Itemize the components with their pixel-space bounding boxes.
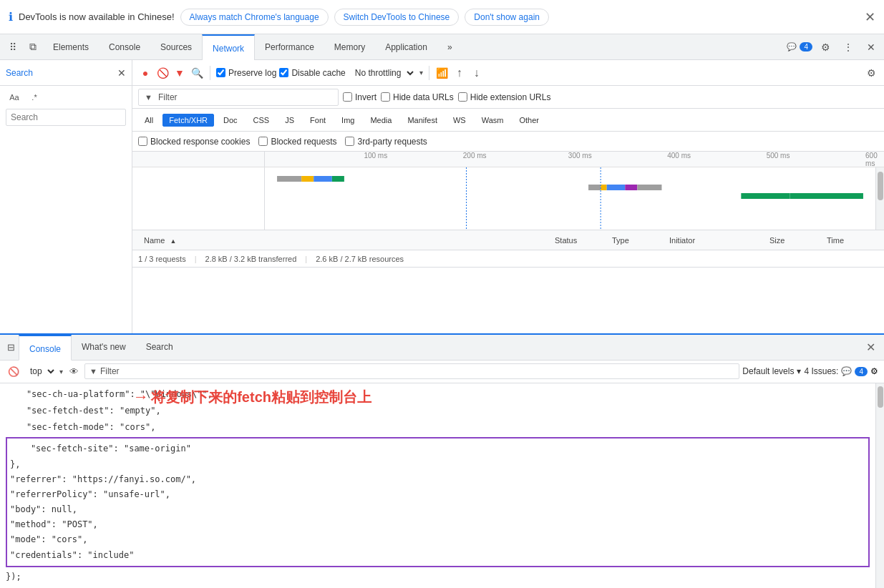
record-icon[interactable]: ● [138, 66, 152, 80]
blocked-cookies-label[interactable]: Blocked response cookies [138, 137, 250, 147]
network-toolbar: ● 🚫 ▼ 🔍 Preserve log Disable cache No th… [132, 60, 884, 86]
hide-ext-urls-checkbox[interactable] [458, 92, 467, 102]
type-pill-fetch-xhr[interactable]: Fetch/XHR [162, 114, 214, 127]
cursor-icon[interactable]: ⠿ [3, 37, 23, 57]
clear-console-button[interactable]: 🚫 [6, 363, 21, 379]
more-vert-icon[interactable]: ⋮ [838, 37, 858, 57]
context-select[interactable]: top [24, 364, 57, 378]
type-pill-ws[interactable]: WS [447, 114, 472, 127]
issues-badge: 4 [800, 42, 812, 52]
search-network-icon[interactable]: 🔍 [190, 66, 204, 80]
tab-sources[interactable]: Sources [150, 34, 202, 60]
notification-close-button[interactable]: ✕ [865, 9, 875, 25]
svg-rect-5 [601, 185, 607, 190]
type-pill-js[interactable]: JS [278, 114, 301, 127]
svg-rect-2 [314, 176, 332, 182]
svg-rect-4 [588, 185, 601, 190]
console-close-button[interactable]: ✕ [860, 340, 881, 354]
wifi-icon[interactable]: 📶 [435, 66, 450, 80]
regex-button[interactable]: .* [26, 89, 43, 106]
type-pill-all[interactable]: All [138, 114, 160, 127]
purple-box: "sec-fetch-site": "same-origin" }, "refe… [6, 437, 870, 567]
type-pill-img[interactable]: Img [335, 114, 361, 127]
hide-data-urls-label[interactable]: Hide data URLs [381, 92, 454, 102]
filter-input[interactable] [180, 92, 332, 102]
console-toolbar: 🚫 top ▾ 👁 ▼ Filter Default levels ▾ 4 Is… [0, 361, 884, 383]
svg-rect-8 [637, 185, 661, 190]
requests-count: 1 / 3 requests [138, 255, 186, 263]
type-pill-font[interactable]: Font [303, 114, 332, 127]
console-tab-search[interactable]: Search [136, 334, 183, 360]
type-pill-media[interactable]: Media [364, 114, 398, 127]
console-tab-whats-new[interactable]: What's new [72, 334, 136, 360]
filter-icon-label: ▼ [145, 93, 152, 102]
tab-network[interactable]: Network [202, 34, 255, 60]
timeline-scroll-thumb[interactable] [878, 172, 883, 200]
console-scrollbar[interactable] [875, 383, 884, 588]
tab-console[interactable]: Console [99, 34, 150, 60]
type-pill-doc[interactable]: Doc [217, 114, 244, 127]
preserve-log-checkbox[interactable] [216, 68, 225, 77]
console-tab-console[interactable]: Console [19, 335, 72, 361]
console-settings-icon[interactable]: ⚙ [870, 366, 878, 376]
invert-label[interactable]: Invert [343, 92, 377, 102]
disable-cache-label[interactable]: Disable cache [279, 68, 345, 78]
always-match-button[interactable]: Always match Chrome's language [180, 9, 329, 26]
third-party-label[interactable]: 3rd-party requests [345, 137, 427, 147]
code-line-method: "method": "POST", [10, 517, 865, 532]
timeline-scrollbar[interactable] [875, 167, 884, 230]
blocked-requests-label[interactable]: Blocked requests [258, 137, 336, 147]
blocked-cookies-checkbox[interactable] [138, 137, 147, 146]
tab-more[interactable]: » [437, 34, 462, 60]
switch-devtools-button[interactable]: Switch DevTools to Chinese [334, 9, 460, 26]
svg-rect-0 [277, 176, 301, 182]
type-pill-wasm[interactable]: Wasm [475, 114, 510, 127]
upload-icon[interactable]: ↑ [452, 66, 467, 80]
tab-elements[interactable]: Elements [43, 34, 99, 60]
preserve-log-label[interactable]: Preserve log [216, 68, 276, 78]
download-icon[interactable]: ↓ [470, 66, 484, 80]
console-line-3: "sec-fetch-mode": "cors", [0, 419, 875, 436]
third-party-checkbox[interactable] [345, 137, 354, 146]
invert-checkbox[interactable] [343, 92, 352, 102]
settings-icon[interactable]: ⚙ [815, 37, 835, 57]
blocked-requests-checkbox[interactable] [258, 137, 268, 146]
code-line-body: "body": null, [10, 502, 865, 517]
search-panel: Search ✕ Aa .* [0, 60, 132, 333]
type-pill-other[interactable]: Other [513, 114, 545, 127]
throttle-select[interactable]: No throttling [349, 65, 417, 81]
th-time: Time [821, 236, 878, 245]
dont-show-again-button[interactable]: Don't show again [465, 9, 549, 26]
console-area: ⊟ Console What's new Search ✕ 🚫 top ▾ 👁 … [0, 333, 884, 588]
console-filter-input[interactable] [120, 366, 735, 376]
disable-cache-checkbox[interactable] [279, 68, 288, 77]
network-settings-icon[interactable]: ⚙ [864, 66, 878, 80]
type-pill-manifest[interactable]: Manifest [401, 114, 444, 127]
console-line-2: "sec-fetch-dest": "empty", [0, 403, 875, 419]
tab-performance[interactable]: Performance [255, 34, 324, 60]
search-input-wrap [6, 109, 126, 126]
close-devtools-icon[interactable]: ✕ [861, 37, 881, 57]
messages-icon[interactable]: 💬 [787, 42, 797, 52]
tab-memory[interactable]: Memory [324, 34, 375, 60]
hide-ext-urls-label[interactable]: Hide extension URLs [458, 92, 551, 102]
devtools-tabs-bar: ⠿ ⧉ Elements Console Sources Network Per… [0, 34, 884, 60]
filter-icon[interactable]: ▼ [173, 66, 187, 80]
device-icon[interactable]: ⧉ [23, 37, 43, 57]
console-sidebar-icon[interactable]: ⊟ [3, 339, 19, 355]
search-input[interactable] [11, 112, 121, 122]
svg-rect-7 [625, 185, 637, 190]
match-case-button[interactable]: Aa [6, 89, 23, 106]
default-levels-select[interactable]: Default levels ▾ [742, 366, 801, 376]
clear-icon[interactable]: 🚫 [155, 66, 170, 80]
eye-button[interactable]: 👁 [66, 363, 82, 379]
hide-data-urls-checkbox[interactable] [381, 92, 390, 102]
console-filter-icon: ▼ [89, 367, 97, 376]
console-line-1: "sec-ch-ua-platform": "\"Windows\"", [0, 386, 875, 403]
tab-application[interactable]: Application [375, 34, 437, 60]
timeline-mark-400: 400 ms [667, 152, 691, 160]
svg-rect-10 [790, 193, 863, 199]
type-pill-css[interactable]: CSS [247, 114, 276, 127]
console-scroll-thumb[interactable] [878, 386, 883, 408]
search-close-button[interactable]: ✕ [117, 67, 126, 79]
